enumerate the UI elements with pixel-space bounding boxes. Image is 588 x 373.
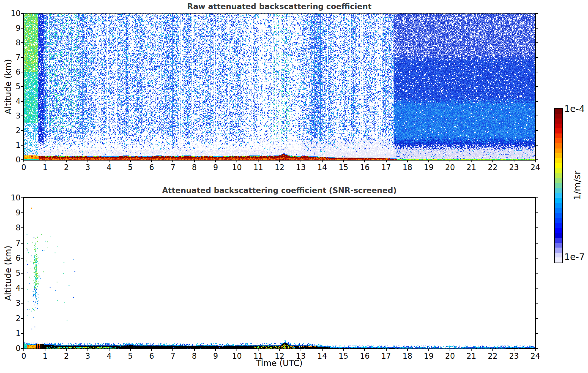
x-tick-label: 0 — [21, 352, 26, 361]
y-tick-right — [535, 258, 538, 259]
colorbar-unit-label: 1/m/sr — [572, 171, 583, 200]
x-tick-label: 10 — [232, 163, 242, 172]
x-tick-label: 0 — [21, 163, 26, 172]
x-tick — [151, 160, 152, 162]
x-tick — [172, 160, 173, 162]
x-tick — [109, 348, 109, 351]
x-tick — [343, 160, 344, 162]
x-tick-label: 11 — [253, 352, 263, 361]
screened-panel-title: Attenuated backscattering coefficient (S… — [162, 186, 397, 195]
x-tick — [535, 160, 536, 162]
y-tick — [21, 101, 24, 102]
x-tick — [322, 348, 323, 351]
y-tick — [21, 273, 24, 274]
x-tick — [322, 160, 323, 162]
x-tick-label: 1 — [43, 163, 48, 172]
x-tick — [386, 348, 387, 351]
x-tick-label: 16 — [360, 352, 370, 361]
x-tick-label: 17 — [381, 163, 391, 172]
colorbar — [554, 108, 563, 263]
x-tick — [237, 348, 237, 351]
x-tick-label: 20 — [445, 352, 455, 361]
x-tick-label: 18 — [402, 163, 412, 172]
x-tick-label: 9 — [213, 352, 218, 361]
y-tick-right — [535, 159, 538, 160]
x-tick — [258, 160, 258, 162]
x-tick-label: 19 — [424, 352, 434, 361]
y-tick — [21, 116, 24, 116]
y-tick — [21, 227, 24, 228]
x-tick-label: 8 — [192, 352, 197, 361]
x-tick-label: 5 — [128, 352, 133, 361]
x-tick — [428, 160, 429, 162]
x-tick-label: 2 — [64, 163, 69, 172]
x-tick — [407, 160, 408, 162]
x-tick-label: 13 — [296, 352, 306, 361]
y-tick — [21, 42, 24, 43]
y-tick-label: 6 — [5, 68, 21, 76]
x-tick-label: 10 — [232, 352, 242, 361]
x-tick — [279, 160, 280, 162]
y-tick-right — [535, 227, 538, 228]
x-tick — [450, 160, 450, 162]
x-tick-label: 9 — [213, 163, 218, 172]
x-tick — [450, 348, 450, 351]
y-tick-label: 7 — [5, 239, 21, 248]
x-tick-label: 13 — [296, 163, 306, 172]
colorbar-gradient — [555, 109, 562, 263]
y-tick-right — [535, 243, 538, 244]
y-tick — [21, 197, 24, 198]
x-tick — [45, 348, 45, 351]
y-tick — [21, 348, 24, 349]
x-tick — [130, 160, 131, 162]
x-tick — [471, 348, 472, 351]
x-tick — [535, 348, 536, 351]
x-tick-label: 19 — [424, 163, 434, 172]
x-tick — [301, 160, 301, 162]
y-tick-label: 6 — [5, 254, 21, 263]
x-tick-label: 22 — [488, 163, 498, 172]
y-tick-right — [535, 212, 538, 213]
y-tick — [21, 303, 24, 304]
x-tick — [109, 160, 109, 162]
x-tick — [386, 160, 387, 162]
y-tick — [21, 13, 24, 14]
x-tick-label: 12 — [275, 163, 284, 172]
y-tick — [21, 159, 24, 160]
x-tick-label: 24 — [531, 163, 540, 172]
x-tick — [428, 348, 429, 351]
x-tick — [407, 348, 408, 351]
x-tick-label: 17 — [381, 352, 391, 361]
y-tick-label: 9 — [5, 208, 21, 217]
x-tick — [66, 348, 67, 351]
y-tick — [21, 28, 24, 29]
colorbar-max-label: 1e-4 — [564, 103, 585, 114]
x-tick-label: 14 — [317, 352, 327, 361]
x-tick — [343, 348, 344, 351]
x-tick — [215, 160, 216, 162]
x-tick — [301, 348, 301, 351]
y-tick-right — [535, 145, 538, 146]
x-tick-label: 2 — [64, 352, 69, 361]
x-tick — [172, 348, 173, 351]
x-tick — [88, 160, 88, 162]
y-tick-label: 4 — [5, 284, 21, 293]
y-tick-label: 3 — [5, 112, 21, 120]
y-tick — [21, 288, 24, 289]
x-tick-label: 6 — [149, 163, 154, 172]
x-tick — [23, 160, 24, 162]
y-tick — [21, 333, 24, 334]
x-tick-label: 7 — [171, 352, 175, 361]
x-tick — [23, 348, 24, 351]
x-tick — [130, 348, 131, 351]
x-tick-label: 16 — [360, 163, 370, 172]
y-tick — [21, 86, 24, 87]
x-tick — [492, 160, 493, 162]
y-tick-right — [535, 42, 538, 43]
y-tick-right — [535, 303, 538, 304]
y-tick-right — [535, 273, 538, 274]
y-tick-label: 0 — [5, 155, 21, 164]
x-tick-label: 5 — [128, 163, 133, 172]
y-tick-right — [535, 318, 538, 319]
x-tick-label: 20 — [445, 163, 455, 172]
